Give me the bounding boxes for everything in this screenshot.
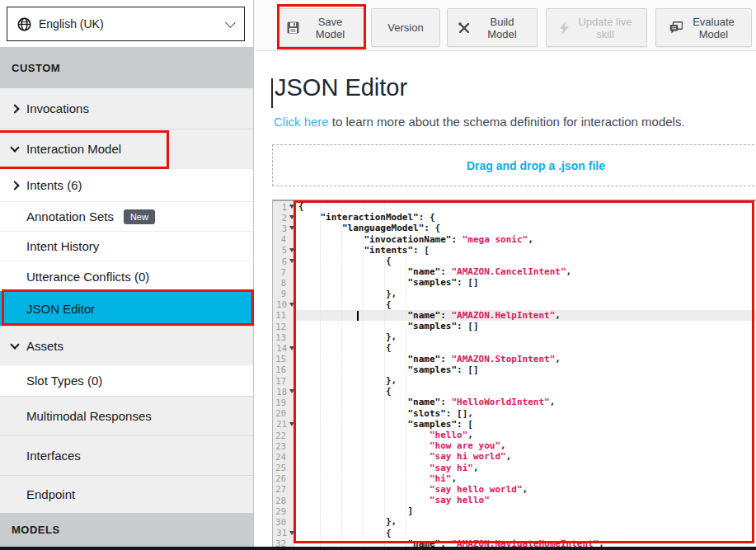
- gutter-line-1[interactable]: 1: [273, 201, 295, 212]
- sidebar-item-label: Invocations: [26, 101, 89, 115]
- code-line-3[interactable]: "languageModel": {: [295, 223, 756, 233]
- code-line-9[interactable]: },: [295, 289, 756, 299]
- text-cursor: [271, 78, 273, 108]
- fold-arrow-icon[interactable]: [289, 389, 294, 393]
- fold-arrow-icon[interactable]: [289, 531, 294, 535]
- code-line-14[interactable]: {: [295, 342, 756, 353]
- gutter-line-8: 8: [273, 277, 295, 288]
- fold-arrow-icon[interactable]: [289, 422, 294, 426]
- sidebar-item-interfaces[interactable]: Interfaces: [0, 435, 253, 475]
- sidebar-item-utterance-conflicts[interactable]: Utterance Conflicts (0): [0, 261, 253, 291]
- gutter-line-12: 12: [273, 321, 295, 331]
- sidebar-section-custom: CUSTOM: [0, 47, 253, 88]
- gutter-line-2[interactable]: 2: [273, 212, 295, 223]
- lightning-icon: [559, 21, 570, 35]
- code-line-26[interactable]: "hi",: [295, 473, 756, 484]
- gutter-line-21[interactable]: 21: [273, 419, 295, 430]
- gutter-line-11: 11: [273, 310, 295, 321]
- bottom-edge-bar: [0, 547, 756, 550]
- code-line-24[interactable]: "say hi world",: [295, 451, 756, 462]
- json-dropzone[interactable]: Drag and drop a .json file: [272, 144, 756, 186]
- fold-arrow-icon[interactable]: [289, 248, 294, 252]
- code-line-30[interactable]: },: [295, 516, 756, 527]
- code-line-21[interactable]: "samples": [: [295, 419, 756, 430]
- json-code-editor[interactable]: 1234567891011121314151617181920212223242…: [272, 200, 756, 550]
- code-line-6[interactable]: {: [295, 256, 756, 266]
- sidebar-item-json-editor[interactable]: JSON Editor: [0, 291, 253, 326]
- evaluate-model-button[interactable]: Evaluate Model: [655, 8, 752, 47]
- gutter-line-3[interactable]: 3: [273, 223, 295, 233]
- fold-arrow-icon[interactable]: [289, 303, 294, 307]
- code-line-18[interactable]: {: [295, 386, 756, 397]
- code-line-27[interactable]: "say hello world",: [295, 484, 756, 495]
- code-line-16[interactable]: "samples": []: [295, 364, 756, 375]
- gutter-line-17: 17: [273, 375, 295, 386]
- code-line-11[interactable]: "name": "AMAZON.HelpIntent",: [295, 310, 756, 321]
- gutter-line-6[interactable]: 6: [273, 256, 295, 266]
- sidebar-item-interaction-model[interactable]: Interaction Model: [0, 129, 253, 168]
- version-button[interactable]: Version: [371, 8, 440, 47]
- gutter-line-30: 30: [273, 516, 295, 527]
- chevron-down-icon: [225, 17, 236, 28]
- save-icon: [287, 21, 299, 34]
- gutter-line-24: 24: [273, 451, 295, 462]
- code-line-10[interactable]: {: [295, 299, 756, 310]
- build-model-button[interactable]: Build Model: [447, 8, 538, 47]
- sidebar-item-multimodal-responses[interactable]: Multimodal Responses: [0, 396, 253, 435]
- language-selector[interactable]: English (UK): [7, 7, 245, 41]
- sidebar-item-label: Intents (6): [26, 178, 82, 192]
- code-line-25[interactable]: "say hi",: [295, 463, 756, 473]
- sidebar: English (UK) CUSTOM Invocations Interact…: [0, 0, 254, 550]
- code-line-17[interactable]: },: [295, 375, 756, 386]
- click-here-link[interactable]: Click here: [274, 115, 329, 129]
- gutter-line-18[interactable]: 18: [273, 386, 295, 397]
- editor-code[interactable]: { "interactionModel": { "languageModel":…: [295, 201, 756, 550]
- code-line-31[interactable]: {: [295, 528, 756, 538]
- code-line-1[interactable]: {: [295, 201, 756, 212]
- gutter-line-22: 22: [273, 430, 295, 440]
- fold-arrow-icon[interactable]: [289, 259, 294, 263]
- sidebar-item-intents[interactable]: Intents (6): [0, 168, 253, 201]
- gutter-line-19: 19: [273, 397, 295, 407]
- code-line-13[interactable]: },: [295, 331, 756, 342]
- gutter-line-31[interactable]: 31: [273, 528, 295, 538]
- fold-arrow-icon[interactable]: [289, 215, 294, 219]
- code-line-5[interactable]: "intents": [: [295, 245, 756, 256]
- code-line-23[interactable]: "how are you",: [295, 440, 756, 451]
- gutter-line-10[interactable]: 10: [273, 299, 295, 310]
- code-line-15[interactable]: "name": "AMAZON.StopIntent",: [295, 354, 756, 364]
- code-line-28[interactable]: "say hello": [295, 495, 756, 505]
- gutter-line-14[interactable]: 14: [273, 342, 295, 353]
- gutter-line-9: 9: [273, 289, 295, 299]
- code-line-22[interactable]: "hello",: [295, 430, 756, 440]
- code-line-29[interactable]: ]: [295, 505, 756, 516]
- editor-gutter[interactable]: 1234567891011121314151617181920212223242…: [273, 201, 295, 550]
- update-live-skill-button[interactable]: Update live skill: [546, 8, 647, 47]
- code-line-8[interactable]: "samples": []: [295, 277, 756, 288]
- gutter-line-20: 20: [273, 408, 295, 419]
- sidebar-item-endpoint[interactable]: Endpoint: [0, 475, 253, 513]
- code-line-7[interactable]: "name": "AMAZON.CancelIntent",: [295, 266, 756, 277]
- sidebar-item-label: Intent History: [26, 239, 99, 253]
- sidebar-item-slot-types[interactable]: Slot Types (0): [0, 364, 253, 396]
- sidebar-item-invocations[interactable]: Invocations: [0, 88, 253, 129]
- code-line-12[interactable]: "samples": []: [295, 321, 756, 331]
- sidebar-item-intent-history[interactable]: Intent History: [0, 231, 253, 261]
- code-line-20[interactable]: "slots": [],: [295, 408, 756, 419]
- fold-arrow-icon[interactable]: [289, 204, 294, 209]
- sidebar-item-assets[interactable]: Assets: [0, 326, 253, 364]
- dropzone-label: Drag and drop a .json file: [467, 159, 605, 172]
- gutter-line-25: 25: [273, 463, 295, 473]
- chevron-down-icon: [10, 340, 19, 349]
- gutter-line-26: 26: [273, 473, 295, 484]
- code-line-4[interactable]: "invocationName": "mega sonic",: [295, 234, 756, 245]
- gutter-line-16: 16: [273, 364, 295, 375]
- fold-arrow-icon[interactable]: [289, 226, 294, 230]
- code-line-19[interactable]: "name": "HelloWorldIntent",: [295, 397, 756, 407]
- fold-arrow-icon[interactable]: [289, 346, 294, 350]
- code-line-2[interactable]: "interactionModel": {: [295, 212, 756, 223]
- sidebar-item-annotation-sets[interactable]: Annotation Sets New: [0, 201, 253, 231]
- save-model-button[interactable]: Save Model: [277, 8, 364, 47]
- gutter-line-5[interactable]: 5: [273, 245, 295, 256]
- gutter-line-4: 4: [273, 234, 295, 245]
